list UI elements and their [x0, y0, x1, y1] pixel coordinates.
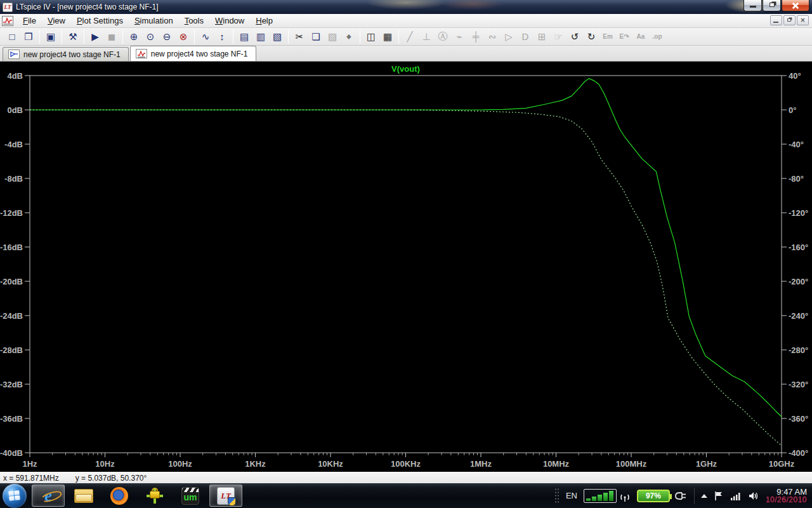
manual-axis-limits-button[interactable]: ↕: [214, 29, 230, 44]
svg-text:-24dB: -24dB: [0, 311, 23, 321]
find-button[interactable]: ⌖: [341, 29, 357, 44]
plot-title[interactable]: V(vout): [391, 64, 420, 74]
text-button[interactable]: Aa: [632, 29, 649, 44]
volume-icon[interactable]: [748, 491, 759, 501]
move-button[interactable]: ⊞: [534, 29, 550, 44]
toolbar: □❒▣⚒▶◼⊕⊙⊖⊗∿↕▤▥▧✂❏▨⌖◫▦╱⊥Ⓐ⌁╪∾▷D⊞☞↺↻EmE↷Aa.…: [0, 28, 812, 46]
new-schematic-button[interactable]: □: [4, 29, 20, 44]
svg-text:-320°: -320°: [789, 380, 808, 389]
show-hidden-icons-button[interactable]: [701, 494, 707, 498]
taskbar-movie-maker[interactable]: um: [174, 485, 207, 507]
svg-text:-400°: -400°: [789, 448, 808, 458]
antenna-icon: [619, 491, 631, 503]
restore-button[interactable]: [763, 0, 781, 11]
control-panel-button[interactable]: ⚒: [65, 29, 81, 44]
inductor-button[interactable]: ∾: [484, 29, 501, 44]
tile-horizontally-button[interactable]: ▤: [236, 29, 252, 44]
menu-plot-settings[interactable]: Plot Settings: [71, 15, 129, 27]
svg-text:1MHz: 1MHz: [470, 459, 492, 469]
draw-wire-button[interactable]: ╱: [402, 29, 418, 44]
drag-button[interactable]: ☞: [550, 29, 566, 44]
cascade-windows-button[interactable]: ▧: [269, 29, 285, 44]
schematic-icon: [8, 50, 20, 59]
print-preview-button[interactable]: ◫: [363, 29, 379, 44]
taskbar-windows-explorer[interactable]: [67, 485, 100, 507]
cut-button[interactable]: ✂: [291, 29, 308, 44]
print-button[interactable]: ▦: [379, 29, 396, 44]
clock[interactable]: 9:47 AM 10/26/2010: [766, 488, 807, 504]
tab-label: new project4 two stage NF-1: [23, 50, 121, 59]
menu-simulation[interactable]: Simulation: [129, 15, 179, 27]
open-button[interactable]: ❒: [20, 29, 37, 44]
tile-vertically-button[interactable]: ▥: [252, 29, 269, 44]
language-indicator[interactable]: EN: [566, 491, 577, 500]
svg-text:-40dB: -40dB: [0, 448, 23, 458]
action-center-flag-icon[interactable]: [714, 491, 724, 501]
redo-button[interactable]: ↻: [583, 29, 599, 44]
component-button[interactable]: D: [517, 29, 534, 44]
movie-maker-icon: um: [181, 487, 199, 505]
zoom-area-button[interactable]: ⊕: [126, 29, 142, 44]
paste-button[interactable]: ▨: [324, 29, 341, 44]
close-button[interactable]: [782, 0, 809, 11]
menu-help[interactable]: Help: [250, 15, 278, 27]
menu-file[interactable]: File: [17, 15, 42, 27]
svg-text:10KHz: 10KHz: [318, 459, 343, 469]
diode-button[interactable]: ▷: [501, 29, 517, 44]
tab-schematic[interactable]: new project4 two stage NF-1: [3, 47, 129, 61]
run-button[interactable]: ▶: [87, 29, 103, 44]
autorange-y-axis-button[interactable]: ∿: [197, 29, 214, 44]
taskbar-internet-explorer[interactable]: e: [32, 485, 65, 507]
minimize-button[interactable]: [743, 0, 762, 11]
halt-button[interactable]: ◼: [103, 29, 120, 44]
spice-directive-button[interactable]: .op: [649, 29, 665, 44]
zoom-full-extents-button[interactable]: ⊗: [175, 29, 192, 44]
tab-label: new project4 two stage NF-1: [151, 50, 248, 58]
start-button[interactable]: [3, 484, 27, 508]
taskbar-firefox[interactable]: [103, 485, 136, 507]
network-status-icon[interactable]: [730, 491, 742, 501]
zoom-back-button[interactable]: ⊙: [142, 29, 159, 44]
save-button[interactable]: ▣: [43, 29, 59, 44]
zoom-out-button[interactable]: ⊖: [159, 29, 175, 44]
svg-text:-80°: -80°: [789, 174, 804, 184]
svg-text:-28dB: -28dB: [0, 345, 23, 355]
resistor-button[interactable]: ⌁: [451, 29, 468, 44]
taskbar-ltspice[interactable]: LT: [209, 485, 242, 507]
undo-button[interactable]: ↺: [566, 29, 583, 44]
signal-bars-icon: [584, 489, 617, 503]
mdi-close-button[interactable]: ×: [797, 15, 809, 25]
mdi-minimize-button[interactable]: [770, 15, 782, 25]
svg-text:100Hz: 100Hz: [168, 459, 192, 469]
battery-widget[interactable]: 97%: [637, 490, 688, 502]
ground-button[interactable]: ⊥: [418, 29, 435, 44]
mdi-restore-button[interactable]: [783, 15, 796, 25]
mirror-button[interactable]: Em: [599, 29, 616, 44]
svg-text:10MHz: 10MHz: [543, 459, 570, 469]
internet-explorer-icon: e: [44, 486, 52, 505]
svg-text:-36dB: -36dB: [0, 414, 23, 424]
svg-text:-120°: -120°: [789, 208, 808, 218]
menu-tools[interactable]: Tools: [179, 15, 209, 27]
rotate-button[interactable]: E↷: [616, 29, 632, 44]
status-bar: x = 591.871MHz y = 5.037dB, 50.370°: [0, 472, 812, 483]
taskbar-grip: [554, 488, 560, 504]
taskbar-network-key-tool[interactable]: [138, 485, 171, 507]
copy-button[interactable]: ❏: [308, 29, 324, 44]
cursor-y-readout: y = 5.037dB, 50.370°: [75, 474, 147, 483]
desktop: LT LTspice IV - [new project4 two stage …: [0, 0, 812, 508]
windows-taskbar: e um LT EN: [0, 483, 812, 508]
svg-text:1GHz: 1GHz: [696, 459, 717, 469]
menu-view[interactable]: View: [42, 15, 71, 27]
tab-waveform[interactable]: new project4 two stage NF-1: [130, 46, 256, 61]
capacitor-button[interactable]: ╪: [468, 29, 484, 44]
net-label-button[interactable]: Ⓐ: [435, 29, 451, 44]
window-title: LTspice IV - [new project4 two stage NF-…: [16, 3, 159, 11]
svg-text:-280°: -280°: [789, 345, 808, 355]
waveform-plot-pane[interactable]: V(vout)4dB0dB-4dB-8dB-12dB-16dB-20dB-24d…: [0, 62, 812, 472]
wireless-signal-widget[interactable]: [584, 489, 631, 503]
svg-text:-16dB: -16dB: [0, 243, 23, 252]
svg-text:4dB: 4dB: [7, 71, 23, 81]
menu-window[interactable]: Window: [209, 15, 250, 27]
close-icon: [782, 0, 809, 11]
